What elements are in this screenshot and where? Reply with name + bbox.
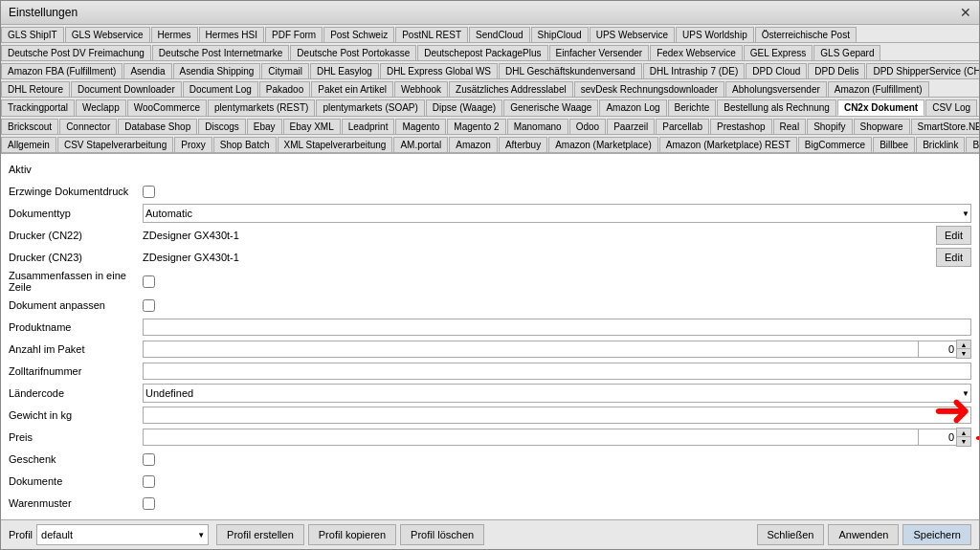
tab-dipse[interactable]: Dipse (Waage) [426, 99, 502, 116]
tab-dp-portokasse[interactable]: Deutsche Post Portokasse [290, 45, 416, 60]
tab-shopware[interactable]: Shopware [854, 119, 910, 134]
anzahl-spin-down[interactable]: ▼ [957, 349, 970, 358]
tab-oesterreichische-post[interactable]: Österreichische Post [755, 27, 857, 42]
speichern-btn[interactable]: Speichern [902, 524, 971, 545]
tab-asendia[interactable]: Asendia [123, 63, 171, 78]
tab-doc-log[interactable]: Document Log [183, 81, 258, 97]
tab-odoo[interactable]: Odoo [569, 119, 606, 134]
anzahl-text-input[interactable] [143, 341, 918, 358]
tab-plenty-rest[interactable]: plentymarkets (REST) [208, 99, 315, 116]
drucker-cn22-edit-btn[interactable]: Edit [936, 226, 971, 245]
tab-amazon[interactable]: Amazon [449, 137, 498, 152]
preis-spin-input[interactable] [918, 429, 956, 446]
tab-brickscout[interactable]: Brickscout [1, 119, 58, 134]
gewicht-input[interactable] [143, 407, 971, 424]
tab-shipcloud[interactable]: ShipCloud [531, 27, 589, 42]
laendercode-select[interactable]: Undefined [143, 384, 971, 403]
preis-text-input[interactable] [143, 429, 918, 446]
profil-kopieren-btn[interactable]: Profil kopieren [308, 524, 396, 545]
tab-hermes-hsi[interactable]: Hermes HSI [199, 27, 264, 42]
tab-einfacher-versender[interactable]: Einfacher Versender [549, 45, 650, 60]
tab-asendia-shipping[interactable]: Asendia Shipping [173, 63, 261, 78]
warenmuster-checkbox[interactable] [143, 497, 155, 510]
tab-amportal[interactable]: AM.portal [393, 137, 448, 152]
tab-berichte[interactable]: Berichte [668, 99, 717, 116]
preis-spin-up[interactable]: ▲ [957, 429, 970, 437]
dokumenttyp-select[interactable]: Automatic [143, 204, 971, 223]
tab-billbee[interactable]: Billbee [873, 137, 915, 152]
tab-weclapp[interactable]: Weclapp [76, 99, 126, 116]
tab-amazon-fba[interactable]: Amazon FBA (Fulfillment) [1, 63, 122, 78]
tab-bestellung-rechnung[interactable]: Bestellung als Rechnung [717, 99, 836, 116]
tab-amazon-marketplace-rest[interactable]: Amazon (Marketplace) REST [659, 137, 797, 152]
tab-pdf-form[interactable]: PDF Form [265, 27, 323, 42]
tab-ups-webservice[interactable]: UPS Webservice [590, 27, 675, 42]
tab-real[interactable]: Real [773, 119, 807, 134]
tab-dpd-delis[interactable]: DPD Delis [808, 63, 865, 78]
tab-manomano[interactable]: Manomano [507, 119, 568, 134]
tab-connector[interactable]: Connector [59, 119, 117, 134]
zolltarifnummer-input[interactable] [143, 363, 971, 380]
tab-bricklink[interactable]: Bricklink [916, 137, 965, 152]
tab-dp-dv[interactable]: Deutsche Post DV Freimachung [1, 45, 151, 60]
tab-amazon-log[interactable]: Amazon Log [599, 99, 666, 116]
tab-gls-shipit[interactable]: GLS ShipIT [1, 27, 64, 42]
tab-dhl-gkv[interactable]: DHL Geschäftskundenversand [499, 63, 642, 78]
tab-dp-internetmarke[interactable]: Deutsche Post Internetmarke [152, 45, 290, 60]
tab-post-schweiz[interactable]: Post Schweiz [323, 27, 394, 42]
tab-plenty-soap[interactable]: plentymarkets (SOAP) [316, 99, 424, 116]
tab-gel-express[interactable]: GEL Express [744, 45, 813, 60]
tab-cn2x-dokument[interactable]: CN2x Dokument [837, 99, 924, 116]
tab-proxy[interactable]: Proxy [174, 137, 212, 152]
tab-dhl-intraship[interactable]: DHL Intraship 7 (DE) [643, 63, 745, 78]
erzwinge-checkbox[interactable] [143, 186, 155, 198]
close-button[interactable]: ✕ [960, 5, 971, 20]
profil-loeschen-btn[interactable]: Profil löschen [400, 524, 484, 545]
tab-ebay[interactable]: Ebay [247, 119, 282, 134]
tab-fedex[interactable]: Fedex Webservice [650, 45, 743, 60]
dokument-anpassen-checkbox[interactable] [143, 299, 155, 312]
tab-woocommerce[interactable]: WooCommerce [127, 99, 207, 116]
tab-amazon-marketplace[interactable]: Amazon (Marketplace) [548, 137, 658, 152]
tab-generische-waage[interactable]: Generische Waage [503, 99, 598, 116]
preis-spin-down[interactable]: ▼ [957, 437, 970, 446]
tab-dhl-retoure[interactable]: DHL Retoure [1, 81, 70, 97]
tab-dhl-easylog[interactable]: DHL Easylog [310, 63, 379, 78]
tab-postnl-rest[interactable]: PostNL REST [395, 27, 468, 42]
tab-abholungsversender[interactable]: Abholungsversender [725, 81, 827, 97]
tab-sendcloud[interactable]: SendCloud [469, 27, 529, 42]
tab-allgemein[interactable]: Allgemein [1, 137, 56, 152]
tab-gls-gepard[interactable]: GLS Gepard [813, 45, 880, 60]
tab-database-shop[interactable]: Database Shop [118, 119, 197, 134]
tab-trackingportal[interactable]: Trackingportal [1, 99, 75, 116]
zusammenfassen-checkbox[interactable] [143, 275, 155, 288]
tab-shop-batch[interactable]: Shop Batch [213, 137, 277, 152]
tab-dpd-cloud[interactable]: DPD Cloud [746, 63, 807, 78]
anzahl-spin-up[interactable]: ▲ [957, 341, 970, 349]
tab-magento[interactable]: Magento [395, 119, 446, 134]
tab-gls-webservice[interactable]: GLS Webservice [65, 27, 150, 42]
geschenk-checkbox[interactable] [143, 453, 155, 466]
tab-zusaetzl[interactable]: Zusätzliches Addresslabel [449, 81, 573, 97]
tab-csv-log[interactable]: CSV Log [925, 99, 977, 116]
tab-brickow[interactable]: Brickow [966, 137, 979, 152]
tab-smartstore[interactable]: SmartStore.NET [911, 119, 979, 134]
tab-ebay-xml[interactable]: Ebay XML [283, 119, 341, 134]
dokumente-checkbox[interactable] [143, 475, 155, 488]
tab-magento2[interactable]: Magento 2 [447, 119, 505, 134]
tab-afterbuy[interactable]: Afterbuy [499, 137, 547, 152]
tab-discogs[interactable]: Discogs [198, 119, 246, 134]
tab-dhl-express[interactable]: DHL Express Global WS [380, 63, 498, 78]
drucker-cn23-edit-btn[interactable]: Edit [936, 248, 971, 267]
tab-dp-packageplus[interactable]: Deutschepost PackagePlus [417, 45, 547, 60]
schliessen-btn[interactable]: Schließen [757, 524, 825, 545]
tab-shopify[interactable]: Shopify [807, 119, 852, 134]
anwenden-btn[interactable]: Anwenden [828, 524, 899, 545]
anzahl-spin-input[interactable] [918, 341, 956, 358]
tab-amazon-fulfillment[interactable]: Amazon (Fulfillment) [828, 81, 929, 97]
tab-ups-worldship[interactable]: UPS Worldship [676, 27, 754, 42]
tab-dpd-shipper[interactable]: DPD ShipperService (CH) [866, 63, 979, 78]
tab-citymail[interactable]: Citymail [261, 63, 309, 78]
tab-parcellab[interactable]: Parcellab [656, 119, 709, 134]
tab-webhook[interactable]: Webhook [394, 81, 448, 97]
